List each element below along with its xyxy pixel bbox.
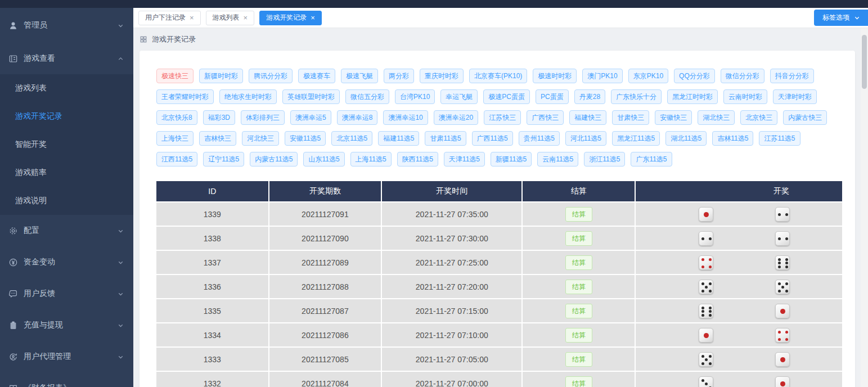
- game-tag[interactable]: 安徽11选5: [285, 131, 326, 146]
- game-tag[interactable]: 丹麦28: [574, 89, 605, 104]
- game-tag[interactable]: 云南时时彩: [723, 89, 767, 104]
- game-tag[interactable]: 重庆时时彩: [420, 69, 464, 83]
- game-tag[interactable]: 体彩排列三: [241, 110, 285, 125]
- cell-draw-time: 2021-11-27 07:30:00: [382, 227, 521, 250]
- game-tag[interactable]: 上海11选5: [350, 152, 392, 166]
- game-tag[interactable]: 澳洲幸运20: [434, 110, 478, 125]
- settle-button[interactable]: 结算: [565, 255, 592, 270]
- game-tag[interactable]: PC蛋蛋: [536, 89, 569, 104]
- settle-button[interactable]: 结算: [565, 328, 592, 343]
- game-tag[interactable]: 黑龙江时时彩: [667, 89, 718, 104]
- game-tag[interactable]: 英雄联盟时时彩: [282, 89, 340, 104]
- game-tag[interactable]: 黑龙江11选5: [612, 131, 660, 146]
- game-tag[interactable]: QQ分分彩: [674, 69, 715, 83]
- game-tag[interactable]: 新疆11选5: [491, 152, 532, 166]
- game-tag[interactable]: 极速PC蛋蛋: [483, 89, 530, 104]
- settle-button[interactable]: 结算: [565, 352, 592, 367]
- game-tag[interactable]: 吉林11选5: [712, 131, 753, 146]
- game-tag[interactable]: 王者荣耀时时彩: [156, 89, 214, 104]
- game-tag[interactable]: 陕西11选5: [397, 152, 438, 166]
- sidebar-item-game-odds[interactable]: 游戏赔率: [0, 159, 133, 187]
- game-tag[interactable]: 江西11选5: [156, 152, 197, 166]
- game-tag[interactable]: 甘肃快三: [612, 110, 649, 125]
- sidebar-item-game-list[interactable]: 游戏列表: [0, 74, 133, 102]
- game-tag[interactable]: 山东11选5: [303, 152, 344, 166]
- game-tag[interactable]: 河北快三: [242, 131, 279, 146]
- game-tag[interactable]: 北京快三: [740, 110, 777, 125]
- game-tag[interactable]: 安徽快三: [655, 110, 692, 125]
- game-tag[interactable]: 湖北快三: [698, 110, 735, 125]
- cell-id: 1339: [156, 202, 268, 226]
- game-tag[interactable]: 云南11选5: [537, 152, 578, 166]
- game-tag[interactable]: 澳洲幸运10: [383, 110, 428, 125]
- close-icon[interactable]: ×: [311, 14, 315, 21]
- game-tag[interactable]: 极速时时彩: [533, 69, 577, 83]
- game-tag[interactable]: 广东快乐十分: [611, 89, 662, 104]
- game-tag[interactable]: 福建11选5: [378, 131, 419, 146]
- game-tag[interactable]: 广西快三: [527, 110, 564, 125]
- game-tag[interactable]: 湖北11选5: [665, 131, 707, 146]
- game-tag[interactable]: 上海快三: [156, 131, 194, 146]
- game-tag[interactable]: 腾讯分分彩: [249, 69, 293, 83]
- game-tag[interactable]: 贵州11选5: [519, 131, 560, 146]
- settle-button[interactable]: 结算: [565, 231, 592, 246]
- game-tag[interactable]: 福建快三: [569, 110, 606, 125]
- sidebar-item-feedback[interactable]: 用户反馈: [0, 278, 133, 309]
- game-tag[interactable]: 北京快乐8: [156, 110, 197, 125]
- game-tag[interactable]: 澳洲幸运5: [290, 110, 331, 125]
- sidebar-item-admin[interactable]: 管理员: [0, 8, 133, 43]
- game-tag[interactable]: 内蒙古11选5: [250, 152, 298, 166]
- game-tag[interactable]: 澳洲幸运8: [337, 110, 378, 125]
- game-tag[interactable]: 福彩3D: [203, 110, 235, 125]
- game-tag[interactable]: 浙江11选5: [584, 152, 625, 166]
- game-tag[interactable]: 微信分分彩: [721, 69, 764, 83]
- settle-button[interactable]: 结算: [565, 376, 592, 387]
- tag-options-button[interactable]: 标签选项: [814, 10, 868, 26]
- game-tag[interactable]: 极速快三: [156, 69, 194, 83]
- game-tag[interactable]: 江苏11选5: [759, 131, 800, 146]
- game-tag[interactable]: 辽宁11选5: [203, 152, 244, 166]
- game-tag[interactable]: 澳门PK10: [582, 69, 622, 83]
- game-tag[interactable]: 甘肃11选5: [425, 131, 466, 146]
- close-icon[interactable]: ×: [190, 14, 194, 21]
- cell-period: 20211127089: [269, 251, 381, 274]
- sidebar-item-user-agent[interactable]: 用户代理管理: [0, 341, 133, 372]
- tab-game-list[interactable]: 游戏列表×: [206, 11, 255, 25]
- sidebar-item-funds[interactable]: 资金变动: [0, 246, 133, 278]
- settle-button[interactable]: 结算: [565, 280, 592, 294]
- sidebar-item-config[interactable]: 配置: [0, 215, 133, 246]
- tab-bet-records[interactable]: 用户下注记录×: [138, 11, 201, 25]
- sidebar-item-game-draw-records[interactable]: 游戏开奖记录: [0, 102, 133, 130]
- game-tag[interactable]: 两分彩: [384, 69, 414, 83]
- game-tag[interactable]: 极速飞艇: [341, 69, 378, 83]
- game-tag[interactable]: 北京11选5: [331, 131, 372, 146]
- settle-button[interactable]: 结算: [565, 304, 592, 318]
- game-tag[interactable]: 江苏快三: [484, 110, 521, 125]
- game-tag[interactable]: 吉林快三: [199, 131, 236, 146]
- game-tag[interactable]: 台湾PK10: [395, 89, 435, 104]
- game-tag[interactable]: 幸运飞艇: [440, 89, 478, 104]
- game-tag[interactable]: 河北11选5: [565, 131, 606, 146]
- game-tag[interactable]: 北京赛车(PK10): [469, 69, 527, 83]
- sidebar-item-recharge-withdraw[interactable]: 充值与提现: [0, 309, 133, 341]
- vertical-scrollbar[interactable]: [861, 28, 868, 387]
- game-tag[interactable]: 天津11选5: [444, 152, 485, 166]
- sidebar-item-smart-draw[interactable]: 智能开奖: [0, 130, 133, 159]
- game-tag[interactable]: 抖音分分彩: [770, 69, 814, 83]
- game-tag[interactable]: 内蒙古快三: [783, 110, 827, 125]
- game-tag[interactable]: 广东11选5: [631, 152, 672, 166]
- game-tag[interactable]: 广西11选5: [472, 131, 513, 146]
- game-tag[interactable]: 极速赛车: [298, 69, 335, 83]
- game-tag[interactable]: 东京PK10: [628, 69, 668, 83]
- sidebar-item-finance-report[interactable]: 《财务报表》: [0, 372, 133, 387]
- scrollbar-thumb[interactable]: [862, 35, 867, 89]
- game-tag[interactable]: 微信五分彩: [345, 89, 389, 104]
- tab-draw-records[interactable]: 游戏开奖记录×: [259, 11, 322, 25]
- sidebar-item-game-view[interactable]: 游戏查看: [0, 43, 133, 74]
- game-tag[interactable]: 天津时时彩: [773, 89, 817, 104]
- close-icon[interactable]: ×: [244, 14, 248, 21]
- game-tag[interactable]: 绝地求生时时彩: [219, 89, 277, 104]
- game-tag[interactable]: 新疆时时彩: [199, 69, 243, 83]
- sidebar-item-game-notes[interactable]: 游戏说明: [0, 187, 133, 215]
- settle-button[interactable]: 结算: [565, 207, 592, 222]
